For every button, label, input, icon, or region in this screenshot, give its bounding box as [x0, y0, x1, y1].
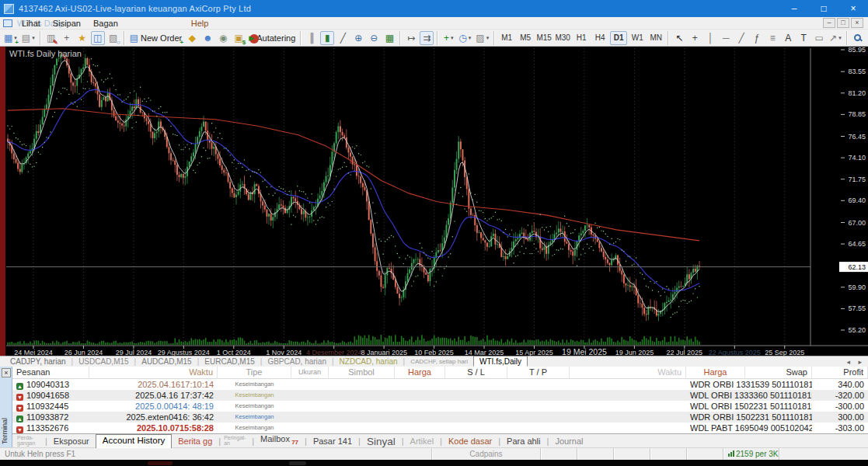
close-button[interactable]: × [838, 0, 868, 17]
menu-lihat[interactable]: Lihat [16, 18, 47, 29]
tab-journal[interactable]: Journal [549, 436, 589, 447]
tile-windows-button[interactable]: ▦ [382, 31, 396, 45]
auto-scroll-button[interactable]: ↦ [404, 31, 418, 45]
shapes-button[interactable]: ▭ [812, 31, 826, 45]
fibonacci-button[interactable]: ƒ [750, 31, 764, 45]
minimize-button[interactable]: – [779, 0, 809, 17]
profiles-button[interactable]: ▤▾ [20, 31, 37, 45]
tab-artikel[interactable]: Artikel [404, 436, 441, 447]
table-row[interactable]: ▲1090403132025.04.1617:10:14Keseimbangan… [12, 379, 868, 390]
tab-kode-dasar[interactable]: Kode dasar [442, 436, 498, 447]
column-header-harga[interactable]: Harga [686, 367, 745, 379]
terminal-close-icon[interactable]: × [2, 368, 11, 377]
tab-eksposur[interactable]: Eksposur [47, 436, 96, 447]
menu-help[interactable]: Help [185, 18, 215, 29]
chart-tab-gbpcad[interactable]: GBPCAD, harian [262, 357, 332, 366]
autotrading-button[interactable]: ▶Autatering [247, 31, 297, 45]
menu-bagan[interactable]: Bagan [87, 18, 124, 29]
search-button[interactable] [851, 31, 865, 45]
column-header-harga[interactable]: Harga [395, 367, 445, 379]
column-header-waktu[interactable]: Waktu [89, 367, 218, 379]
chart-window[interactable]: 85.9583.5581.2078.8576.4574.1071.7569.40… [0, 47, 868, 356]
table-row[interactable]: ▼1090416582025.04.16 17:37:42Keseimbanga… [12, 390, 868, 401]
timeframe-w1[interactable]: W1 [629, 31, 646, 45]
templates-button[interactable]: ▨▾ [474, 31, 490, 45]
candlestick-button[interactable]: ▮ [320, 31, 334, 45]
tab-account-history[interactable]: Account History [96, 434, 173, 448]
mdi-restore-button[interactable]: □ [837, 18, 849, 28]
column-header-ukuran[interactable]: Ukuran [291, 367, 329, 379]
column-header-simbol[interactable]: Simbol [329, 367, 395, 379]
metaeditor-button[interactable]: ◆ [185, 31, 199, 45]
tab-peringatan[interactable]: Peringat- an [221, 435, 252, 447]
tab-sinyal[interactable]: Sinyal [361, 435, 402, 447]
text-button[interactable]: A [781, 31, 795, 45]
toolbar: ▦+▾▤▾▥✎+★◫▧○▤+New Order◆☻◉▣$▶Autatering║… [0, 30, 868, 47]
maximize-button[interactable]: □ [809, 0, 838, 17]
text-label-button[interactable]: T [797, 31, 810, 45]
close-time-cell [570, 379, 686, 390]
mdi-close-button[interactable]: × [851, 18, 863, 28]
tab-perdagangan[interactable]: Perda- gangan [14, 435, 45, 447]
tab-scroll-arrows-icon[interactable]: ◂ ▸ [846, 358, 865, 366]
navigator-button[interactable]: ★ [75, 31, 89, 45]
cursor-button[interactable]: ↖ [672, 31, 686, 45]
data-window-button[interactable]: + [60, 31, 74, 45]
column-header-s-l[interactable]: S / L [445, 367, 507, 379]
table-row[interactable]: ▲1109338722025.exten0416: 36:42Keseimban… [12, 412, 868, 423]
table-row[interactable]: ▼1133526762025.10.0715:58:28Keseimbangan… [12, 423, 868, 433]
timeframe-m1[interactable]: M1 [498, 31, 515, 45]
tab-para-ahli[interactable]: Para ahli [500, 436, 546, 447]
experts-button[interactable]: ☻ [200, 31, 214, 45]
new-chart-button[interactable]: ▦+▾ [2, 31, 19, 45]
timeframe-h4[interactable]: H4 [591, 31, 608, 45]
column-header-swap[interactable]: Swap [745, 367, 812, 379]
column-header-tipe[interactable]: Tipe [218, 367, 291, 379]
timeframe-d1[interactable]: D1 [610, 31, 627, 45]
periods-icon: ◷ [458, 32, 466, 44]
column-header-waktu[interactable]: Waktu [570, 367, 686, 379]
market-watch-button[interactable]: ▥✎ [44, 31, 58, 45]
timeframe-m15[interactable]: M15 [535, 31, 553, 45]
mdi-minimize-button[interactable]: – [823, 18, 835, 28]
column-header-profit[interactable]: Profit [812, 367, 868, 379]
new-order-button[interactable]: ▤+New Order [128, 31, 184, 45]
line-chart-button[interactable]: ╱ [336, 31, 350, 45]
timeframe-m30[interactable]: M30 [554, 31, 571, 45]
vertical-line-button[interactable]: │ [703, 31, 717, 45]
table-row[interactable]: ▼1109324452025.0.00414: 48:19Keseimbanga… [12, 401, 868, 412]
periods-button[interactable]: ◷▾ [457, 31, 472, 45]
tab-berita[interactable]: Berita gg [172, 436, 218, 447]
chart-shift-button[interactable]: ⇉ [420, 31, 434, 45]
terminal-button[interactable]: ◫ [91, 31, 105, 45]
zoom-out-button[interactable]: ⊖ [367, 31, 381, 45]
tab-pasar[interactable]: Pasar 141 [307, 436, 358, 447]
chart-tab-audcad[interactable]: AUDCAD,M15 [136, 357, 197, 366]
timeframe-m5[interactable]: M5 [517, 31, 534, 45]
chart-tab-wti[interactable]: WTI.fs,Daily [473, 356, 528, 367]
strategy-tester-button[interactable]: ▧○ [106, 31, 120, 45]
toolbar-separator [437, 31, 438, 45]
zoom-in-button[interactable]: ⊕ [351, 31, 365, 45]
column-header-pesanan[interactable]: Pesanan [12, 367, 89, 379]
market-button[interactable]: ▣$ [232, 31, 246, 45]
horizontal-line-button[interactable]: ─ [719, 31, 733, 45]
bar-chart-button[interactable]: ║ [305, 31, 319, 45]
community-button[interactable]: ◉ [216, 31, 230, 45]
arrows-button[interactable]: ↗▾ [828, 31, 843, 45]
indicators-button[interactable]: +▾ [441, 31, 455, 45]
deposit-arrow-icon: ▲ [16, 383, 23, 390]
chart-tab-eurcad[interactable]: EURCAD,M15 [199, 357, 260, 366]
trendline-button[interactable]: ╱ [734, 31, 748, 45]
chart-tab-cadchf[interactable]: CADCHF, setiap hari [405, 358, 473, 365]
tab-mailbox[interactable]: Mailbox 77 [254, 433, 305, 447]
menu-sisipan[interactable]: Sisipan [47, 18, 87, 29]
timeframe-mn[interactable]: MN [647, 31, 664, 45]
crosshair-button[interactable]: + [688, 31, 702, 45]
channels-button[interactable]: ≡ [765, 31, 779, 45]
chart-tab-usdcad[interactable]: USDCAD,M15 [73, 357, 134, 366]
chart-tab-nzdcad[interactable]: NZDCAD, harian [334, 357, 403, 366]
column-header-t-p[interactable]: T / P [507, 367, 570, 379]
chart-tab-cadjpy[interactable]: CADJPY, harian [5, 357, 71, 366]
timeframe-h1[interactable]: H1 [573, 31, 590, 45]
